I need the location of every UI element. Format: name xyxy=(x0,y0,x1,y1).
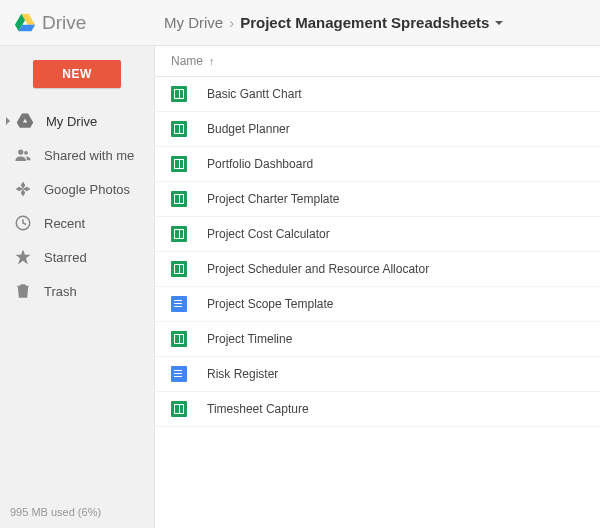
trash-icon xyxy=(14,282,32,300)
caret-down-icon xyxy=(495,21,503,25)
sort-ascending-icon: ↑ xyxy=(209,55,215,67)
spreadsheet-icon xyxy=(171,191,187,207)
expand-arrow-icon xyxy=(6,117,10,125)
file-name: Risk Register xyxy=(207,367,278,381)
file-name: Project Scheduler and Resource Allocator xyxy=(207,262,429,276)
document-icon xyxy=(171,296,187,312)
sidebar-item-recent[interactable]: Recent xyxy=(10,208,144,238)
drive-logo-icon xyxy=(14,12,36,34)
file-name: Project Cost Calculator xyxy=(207,227,330,241)
main-content: Name ↑ Basic Gantt ChartBudget PlannerPo… xyxy=(155,46,600,528)
sidebar-item-photos[interactable]: Google Photos xyxy=(10,174,144,204)
people-icon xyxy=(14,146,32,164)
document-icon xyxy=(171,366,187,382)
clock-icon xyxy=(14,214,32,232)
sidebar-item-label: Google Photos xyxy=(44,182,130,197)
photos-icon xyxy=(14,180,32,198)
file-name: Basic Gantt Chart xyxy=(207,87,302,101)
file-list: Basic Gantt ChartBudget PlannerPortfolio… xyxy=(155,77,600,427)
file-row[interactable]: Project Scope Template xyxy=(155,287,600,322)
spreadsheet-icon xyxy=(171,261,187,277)
file-name: Portfolio Dashboard xyxy=(207,157,313,171)
spreadsheet-icon xyxy=(171,401,187,417)
sidebar-item-label: Starred xyxy=(44,250,87,265)
spreadsheet-icon xyxy=(171,226,187,242)
spreadsheet-icon xyxy=(171,121,187,137)
storage-usage[interactable]: 995 MB used (6%) xyxy=(10,506,101,518)
breadcrumb-current[interactable]: Project Management Spreadsheets xyxy=(240,14,503,31)
file-row[interactable]: Basic Gantt Chart xyxy=(155,77,600,112)
new-button[interactable]: NEW xyxy=(33,60,121,88)
sidebar-item-my-drive[interactable]: My Drive xyxy=(10,106,144,136)
star-icon xyxy=(14,248,32,266)
spreadsheet-icon xyxy=(171,156,187,172)
file-name: Budget Planner xyxy=(207,122,290,136)
spreadsheet-icon xyxy=(171,86,187,102)
file-name: Timesheet Capture xyxy=(207,402,309,416)
column-header-name[interactable]: Name ↑ xyxy=(155,46,600,77)
sidebar: NEW My Drive Shared with me Google Photo… xyxy=(0,46,155,528)
file-row[interactable]: Timesheet Capture xyxy=(155,392,600,427)
sidebar-item-label: My Drive xyxy=(46,114,97,129)
file-name: Project Scope Template xyxy=(207,297,334,311)
svg-point-3 xyxy=(18,149,23,154)
file-name: Project Charter Template xyxy=(207,192,340,206)
sidebar-item-trash[interactable]: Trash xyxy=(10,276,144,306)
breadcrumb-current-label: Project Management Spreadsheets xyxy=(240,14,489,31)
sidebar-item-shared[interactable]: Shared with me xyxy=(10,140,144,170)
sidebar-item-label: Trash xyxy=(44,284,77,299)
sidebar-item-starred[interactable]: Starred xyxy=(10,242,144,272)
file-row[interactable]: Project Charter Template xyxy=(155,182,600,217)
file-row[interactable]: Project Scheduler and Resource Allocator xyxy=(155,252,600,287)
spreadsheet-icon xyxy=(171,331,187,347)
sidebar-item-label: Recent xyxy=(44,216,85,231)
logo[interactable]: Drive xyxy=(14,12,164,34)
file-row[interactable]: Portfolio Dashboard xyxy=(155,147,600,182)
breadcrumb: My Drive › Project Management Spreadshee… xyxy=(164,14,503,31)
file-row[interactable]: Risk Register xyxy=(155,357,600,392)
app-header: Drive My Drive › Project Management Spre… xyxy=(0,0,600,46)
column-header-label: Name xyxy=(171,54,203,68)
sidebar-item-label: Shared with me xyxy=(44,148,134,163)
file-name: Project Timeline xyxy=(207,332,292,346)
breadcrumb-root[interactable]: My Drive xyxy=(164,14,223,31)
chevron-right-icon: › xyxy=(229,14,234,31)
app-name: Drive xyxy=(42,12,86,34)
file-row[interactable]: Budget Planner xyxy=(155,112,600,147)
file-row[interactable]: Project Cost Calculator xyxy=(155,217,600,252)
drive-icon xyxy=(16,112,34,130)
svg-point-4 xyxy=(24,151,28,155)
file-row[interactable]: Project Timeline xyxy=(155,322,600,357)
